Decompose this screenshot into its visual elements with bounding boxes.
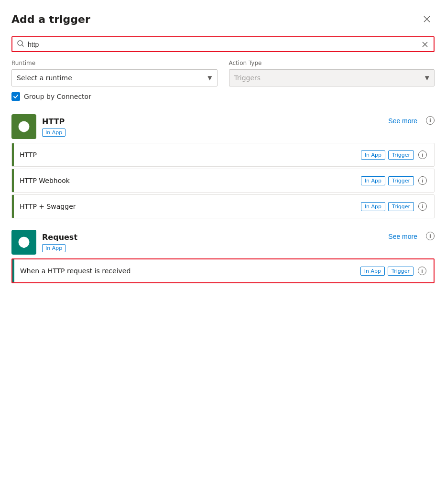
runtime-filter-group: Runtime Select a runtime ▼	[11, 60, 218, 86]
dialog-title: Add a trigger	[11, 13, 90, 25]
action-type-filter-group: Action Type Triggers ▼	[229, 60, 435, 86]
when-http-badges: In App Trigger i	[360, 265, 428, 277]
group-by-connector-row: Group by Connector	[11, 92, 435, 101]
request-connector-badge: In App	[42, 244, 65, 252]
http-trigger-badges: In App Trigger i	[361, 149, 428, 161]
filters-row: Runtime Select a runtime ▼ Action Type T…	[11, 60, 435, 86]
http-webhook-in-app-badge: In App	[361, 176, 385, 185]
http-trigger-badge: Trigger	[388, 150, 414, 160]
http-webhook-badges: In App Trigger i	[361, 175, 428, 186]
when-http-info-button[interactable]: i	[416, 265, 428, 277]
http-swagger-left-bar	[12, 195, 14, 218]
runtime-select[interactable]: Select a runtime ▼	[11, 69, 218, 86]
svg-rect-15	[23, 247, 25, 248]
add-trigger-dialog: Add a trigger Runtime Select a runtime	[0, 0, 446, 504]
http-swagger-badges: In App Trigger i	[361, 201, 428, 212]
svg-rect-8	[23, 132, 25, 132]
http-connector-name: HTTP	[42, 117, 435, 126]
close-icon	[423, 15, 431, 23]
when-http-in-app-badge: In App	[360, 267, 385, 276]
when-http-left-bar	[12, 259, 14, 282]
http-webhook-info-button[interactable]: i	[417, 175, 428, 186]
request-see-more-button[interactable]: See more	[386, 231, 419, 242]
http-connector-info: HTTP In App	[42, 117, 435, 137]
connector-header-request: Request In App See more i	[11, 226, 435, 258]
http-left-bar	[12, 143, 14, 166]
connector-header-http: HTTP In App See more i	[11, 110, 435, 143]
trigger-name-http: HTTP	[12, 151, 361, 159]
connector-group-request: Request In App See more i When a HTTP re…	[11, 226, 435, 283]
when-http-info-icon: i	[418, 267, 426, 275]
http-in-app-badge: In App	[361, 150, 385, 160]
request-connector-name: Request	[42, 233, 435, 242]
svg-rect-14	[22, 246, 26, 247]
http-connector-info-icon[interactable]: i	[426, 116, 435, 125]
trigger-name-http-swagger: HTTP + Swagger	[12, 203, 361, 210]
search-input[interactable]	[28, 41, 417, 48]
action-type-select[interactable]: Triggers ▼	[229, 69, 435, 86]
http-connector-icon	[11, 114, 36, 139]
trigger-item-http[interactable]: HTTP In App Trigger i	[11, 143, 435, 167]
http-swagger-info-icon: i	[418, 202, 427, 211]
request-trigger-list: When a HTTP request is received In App T…	[11, 258, 435, 283]
group-by-connector-checkbox[interactable]	[11, 92, 20, 101]
http-see-more-button[interactable]: See more	[386, 115, 419, 127]
trigger-name-http-webhook: HTTP Webhook	[12, 177, 361, 184]
http-webhook-info-icon: i	[418, 176, 427, 185]
request-connector-icon	[11, 230, 36, 255]
search-icon	[17, 40, 24, 48]
when-http-trigger-badge: Trigger	[388, 267, 413, 276]
http-trigger-info-icon: i	[418, 150, 427, 159]
request-connector-info: Request In App	[42, 233, 435, 252]
request-globe-icon	[17, 236, 31, 249]
request-connector-info-icon[interactable]: i	[426, 232, 435, 240]
search-clear-button[interactable]	[421, 41, 429, 48]
runtime-label: Runtime	[11, 60, 218, 66]
runtime-chevron-icon: ▼	[207, 75, 212, 81]
action-type-value: Triggers	[234, 74, 261, 82]
runtime-select-value: Select a runtime	[17, 74, 72, 82]
http-webhook-trigger-badge: Trigger	[388, 176, 414, 185]
close-button[interactable]	[419, 11, 435, 27]
http-swagger-info-button[interactable]: i	[417, 201, 428, 212]
clear-icon	[422, 42, 428, 47]
http-connector-badge: In App	[42, 129, 65, 137]
group-by-connector-label: Group by Connector	[24, 93, 91, 100]
globe-icon	[17, 120, 31, 133]
trigger-item-when-http-request[interactable]: When a HTTP request is received In App T…	[11, 258, 435, 283]
http-swagger-trigger-badge: Trigger	[388, 202, 414, 211]
connector-group-http: HTTP In App See more i HTTP In App Trigg…	[11, 110, 435, 218]
trigger-item-http-webhook[interactable]: HTTP Webhook In App Trigger i	[11, 169, 435, 193]
search-bar	[11, 36, 435, 52]
checkmark-icon	[13, 94, 19, 99]
http-webhook-left-bar	[12, 169, 14, 192]
dialog-header: Add a trigger	[11, 11, 435, 27]
action-type-label: Action Type	[229, 60, 435, 66]
http-trigger-info-button[interactable]: i	[417, 149, 428, 161]
svg-rect-7	[22, 130, 26, 131]
trigger-name-when-http-request: When a HTTP request is received	[12, 267, 360, 275]
action-type-chevron-icon: ▼	[425, 75, 429, 81]
http-trigger-list: HTTP In App Trigger i HTTP Webhook In Ap…	[11, 143, 435, 218]
trigger-item-http-swagger[interactable]: HTTP + Swagger In App Trigger i	[11, 194, 435, 218]
http-swagger-in-app-badge: In App	[361, 202, 385, 211]
